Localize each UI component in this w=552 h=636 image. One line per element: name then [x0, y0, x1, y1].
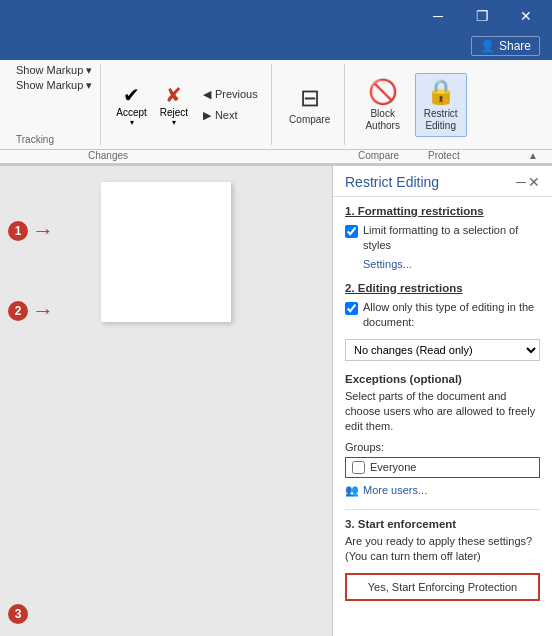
share-button[interactable]: 👤 Share — [471, 36, 540, 56]
annotation-1: 1 → — [8, 218, 54, 244]
editing-checkbox-label: Allow only this type of editing in the d… — [363, 300, 540, 331]
arrow-2: → — [32, 298, 54, 324]
ribbon-collapse[interactable]: ▲ — [528, 150, 544, 163]
settings-link[interactable]: Settings... — [363, 258, 540, 270]
tracking-group-label — [8, 150, 88, 163]
compare-group-label: Compare — [358, 150, 428, 163]
tracking-group: Show Markup ▾ Show Markup ▾ Tracking — [8, 64, 101, 145]
accept-button[interactable]: ✔ Accept ▾ — [113, 80, 150, 130]
formatting-checkbox-label: Limit formatting to a selection of style… — [363, 223, 540, 254]
panel-body: 1. Formatting restrictions Limit formatt… — [333, 197, 552, 636]
markup-label1: Show Markup ▾ — [16, 64, 92, 77]
reject-col: ✘ Reject ▾ — [156, 80, 192, 130]
reject-label: Reject — [160, 107, 188, 118]
section1-heading: 1. Formatting restrictions — [345, 205, 540, 217]
num-badge-3: 3 — [8, 604, 28, 624]
section-2: 2. Editing restrictions Allow only this … — [345, 282, 540, 361]
enforcement-heading: 3. Start enforcement — [345, 518, 540, 530]
ribbon-content: Show Markup ▾ Show Markup ▾ Tracking ✔ A… — [0, 60, 552, 150]
reject-arrow: ▾ — [172, 118, 176, 127]
panel-title: Restrict Editing — [345, 174, 439, 190]
nav-col: ◀ Previous ▶ Next — [198, 85, 263, 125]
markup-label2: Show Markup ▾ — [16, 79, 92, 92]
protect-group: 🚫 Block Authors 🔒 Restrict Editing — [349, 64, 475, 145]
num-badge-1: 1 — [8, 221, 28, 241]
restrict-editing-icon: 🔒 — [426, 78, 456, 106]
editing-checkbox[interactable] — [345, 302, 358, 315]
ribbon: 👤 Share Show Markup ▾ Show Markup ▾ Trac… — [0, 32, 552, 166]
enforcement-section: 3. Start enforcement Are you ready to ap… — [345, 509, 540, 601]
enforcement-desc: Are you ready to apply these settings? (… — [345, 534, 540, 565]
markup-dropdown2[interactable]: Show Markup ▾ — [16, 79, 92, 92]
tracking-label: Tracking — [16, 134, 54, 145]
accept-icon: ✔ — [123, 83, 140, 107]
accept-col: ✔ Accept ▾ — [113, 80, 150, 130]
formatting-checkbox[interactable] — [345, 225, 358, 238]
arrow-1: → — [32, 218, 54, 244]
exceptions-section: Exceptions (optional) Select parts of th… — [345, 373, 540, 497]
accept-label: Accept — [116, 107, 147, 118]
everyone-checkbox[interactable] — [352, 461, 365, 474]
markup-dropdown1[interactable]: Show Markup ▾ — [16, 64, 92, 77]
accept-arrow: ▾ — [130, 118, 134, 127]
previous-button[interactable]: ◀ Previous — [198, 85, 263, 104]
document-paper — [101, 182, 231, 322]
restrict-editing-button[interactable]: 🔒 Restrict Editing — [415, 73, 467, 137]
editing-type-select[interactable]: No changes (Read only) Tracked changes C… — [345, 339, 540, 361]
everyone-row: Everyone — [345, 457, 540, 478]
compare-button[interactable]: ⊟ Compare — [284, 73, 336, 137]
protect-group-label: Protect — [428, 150, 528, 163]
exceptions-desc: Select parts of the document and choose … — [345, 389, 540, 435]
panel-minimize-button[interactable]: ─ — [516, 175, 526, 189]
block-authors-button[interactable]: 🚫 Block Authors — [357, 73, 409, 137]
close-button[interactable]: ✕ — [504, 0, 548, 32]
section-1: 1. Formatting restrictions Limit formatt… — [345, 205, 540, 270]
block-authors-label: Block Authors — [362, 108, 404, 132]
previous-icon: ◀ — [203, 88, 211, 101]
minimize-button[interactable]: ─ — [416, 0, 460, 32]
more-users-link[interactable]: 👥 More users... — [345, 484, 540, 497]
num-badge-2: 2 — [8, 301, 28, 321]
annotation-2: 2 → — [8, 298, 54, 324]
reject-icon: ✘ — [165, 83, 182, 107]
document-area: 1 → 2 → 3 — [0, 166, 332, 636]
groups-label: Groups: — [345, 441, 540, 453]
compare-icon: ⊟ — [300, 84, 320, 112]
changes-group-label: Changes — [88, 150, 358, 163]
next-button[interactable]: ▶ Next — [198, 106, 263, 125]
block-authors-icon: 🚫 — [368, 78, 398, 106]
changes-group: ✔ Accept ▾ ✘ Reject ▾ ◀ Previous — [105, 64, 271, 145]
restrict-editing-panel: Restrict Editing ─ ✕ 1. Formatting restr… — [332, 166, 552, 636]
panel-close-button[interactable]: ✕ — [528, 175, 540, 189]
annotation-3: 3 — [8, 604, 28, 624]
section1-checkbox-row: Limit formatting to a selection of style… — [345, 223, 540, 254]
panel-header: Restrict Editing ─ ✕ — [333, 166, 552, 197]
restrict-editing-label: Restrict Editing — [420, 108, 462, 132]
more-users-label: More users... — [363, 484, 427, 496]
title-bar: ─ ❐ ✕ — [0, 0, 552, 32]
compare-group: ⊟ Compare — [276, 64, 345, 145]
ribbon-labels: Changes Compare Protect ▲ — [0, 150, 552, 164]
panel-header-buttons: ─ ✕ — [516, 175, 540, 189]
person-icon: 👤 — [480, 39, 495, 53]
everyone-label: Everyone — [370, 461, 416, 473]
section2-checkbox-row: Allow only this type of editing in the d… — [345, 300, 540, 331]
exceptions-heading: Exceptions (optional) — [345, 373, 540, 385]
next-icon: ▶ — [203, 109, 211, 122]
enforce-button[interactable]: Yes, Start Enforcing Protection — [345, 573, 540, 601]
compare-label: Compare — [289, 114, 330, 125]
section2-heading: 2. Editing restrictions — [345, 282, 540, 294]
more-users-icon: 👥 — [345, 484, 359, 497]
reject-button[interactable]: ✘ Reject ▾ — [156, 80, 192, 130]
restore-button[interactable]: ❐ — [460, 0, 504, 32]
content-area: 1 → 2 → 3 Restrict Editing ─ ✕ 1. Format… — [0, 166, 552, 636]
